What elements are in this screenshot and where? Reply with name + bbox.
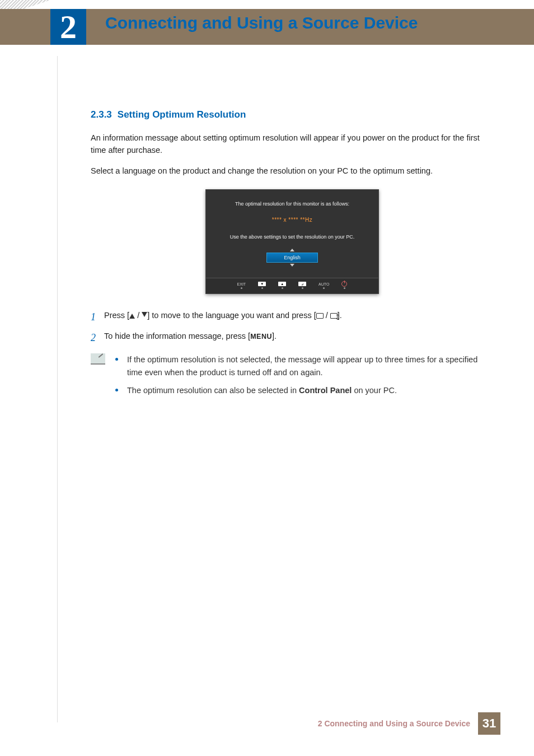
chapter-title: Connecting and Using a Source Device xyxy=(105,13,418,32)
osd-language-selector: English xyxy=(206,249,378,267)
steps-list: 1 Press [ / ] to move to the language yo… xyxy=(91,310,494,346)
step-number-2: 2 xyxy=(91,330,104,346)
osd-panel: The optimal resolution for this monitor … xyxy=(205,189,379,294)
rect-icon-2 xyxy=(330,313,338,319)
osd-button-row: EXIT ▼ ▲ ↲ AUTO xyxy=(206,278,378,293)
step-2: 2 To hide the information message, press… xyxy=(91,330,494,346)
step-number-1: 1 xyxy=(91,310,104,325)
osd-auto-button: AUTO xyxy=(318,282,329,289)
note-2-bold: Control Panel xyxy=(299,386,352,395)
step-1: 1 Press [ / ] to move to the language yo… xyxy=(91,310,494,325)
osd-up-button: ▲ xyxy=(278,282,286,289)
bullet-dot-icon xyxy=(115,358,118,361)
osd-screenshot: The optimal resolution for this monitor … xyxy=(91,189,494,294)
osd-language-value: English xyxy=(266,253,318,263)
note-bullet-2: The optimum resolution can also be selec… xyxy=(115,384,494,396)
note-bullet-1: If the optimum resolution is not selecte… xyxy=(115,353,494,379)
step-1-text-a: Press [ xyxy=(104,311,129,320)
note-2-text-a: The optimum resolution can also be selec… xyxy=(127,386,299,395)
step-1-text-b: ] to move to the language you want and p… xyxy=(147,311,316,320)
step-1-slash: / xyxy=(135,311,142,320)
note-1-text: If the optimum resolution is not selecte… xyxy=(127,353,494,379)
power-icon xyxy=(341,281,347,287)
chevron-up-icon xyxy=(290,249,294,251)
note-2-text-b: on your PC. xyxy=(352,386,397,395)
note-bullets: If the optimum resolution is not selecte… xyxy=(115,353,494,402)
note-icon xyxy=(91,353,105,365)
osd-resolution: **** x **** **Hz xyxy=(206,217,378,223)
intro-paragraph-2: Select a language on the product and cha… xyxy=(91,165,494,177)
section-heading: 2.3.3Setting Optimum Resolution xyxy=(91,109,494,120)
osd-message-1: The optimal resolution for this monitor … xyxy=(206,201,378,207)
rect-icon-1 xyxy=(316,313,324,319)
footer-chapter-text: 2 Connecting and Using a Source Device xyxy=(318,719,470,728)
osd-enter-button: ↲ xyxy=(298,282,306,289)
page-content: 2.3.3Setting Optimum Resolution An infor… xyxy=(91,109,494,403)
menu-label: MENU xyxy=(250,333,272,340)
triangle-up-icon xyxy=(129,314,135,319)
step-2-text-b: ]. xyxy=(272,332,277,340)
note-block: If the optimum resolution is not selecte… xyxy=(91,353,494,402)
section-number: 2.3.3 xyxy=(91,109,112,120)
chevron-down-icon xyxy=(290,264,294,267)
step-2-text-a: To hide the information message, press [ xyxy=(104,332,250,340)
osd-down-button: ▼ xyxy=(258,282,266,289)
osd-message-2: Use the above settings to set the resolu… xyxy=(206,234,378,240)
bullet-dot-icon xyxy=(115,389,118,391)
triangle-down-icon xyxy=(142,312,147,317)
chapter-number-badge: 2 xyxy=(50,9,86,45)
side-rule xyxy=(57,56,58,722)
page-footer: 2 Connecting and Using a Source Device 3… xyxy=(318,712,500,735)
section-title: Setting Optimum Resolution xyxy=(118,109,246,120)
step-1-slash2: / xyxy=(324,311,330,320)
osd-exit-button: EXIT xyxy=(237,282,246,289)
page-number-badge: 31 xyxy=(478,712,500,735)
osd-power-button xyxy=(341,282,347,289)
intro-paragraph-1: An information message about setting opt… xyxy=(91,132,494,157)
